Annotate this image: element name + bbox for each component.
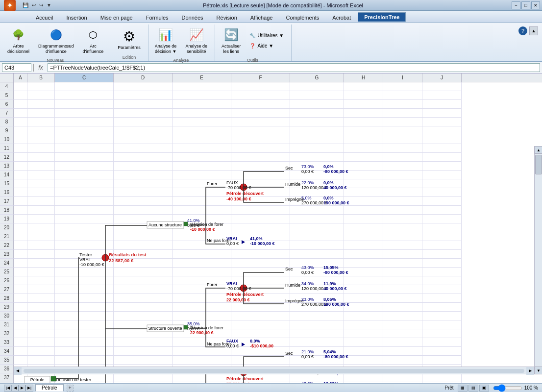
- collapse-ribbon-button[interactable]: ▲: [529, 26, 538, 35]
- spreadsheet-area: A B C D E F G H I J 4 5 6 7 8 9 10 11 12…: [0, 74, 542, 383]
- qat-dropdown[interactable]: ▼: [46, 2, 52, 8]
- ribbon-group-nouveau: 🌳 Arbredécisionnel 🔵 Diagramme/nœudd'inf…: [2, 24, 111, 61]
- analyse-sensibilite-label: Analyse desensibilité: [185, 44, 207, 54]
- hscroll-right-button[interactable]: ▶: [526, 367, 534, 375]
- zoom-slider[interactable]: [493, 386, 522, 391]
- quick-access-toolbar: 💾 ↩ ↪ ▼: [20, 2, 54, 8]
- tab-affichage[interactable]: Affichage: [244, 13, 279, 22]
- table-row: 25: [0, 268, 542, 276]
- cell-f4[interactable]: [231, 82, 290, 91]
- col-header-d[interactable]: D: [114, 74, 172, 82]
- sheet-next-button[interactable]: ▶: [19, 385, 25, 392]
- tab-complements[interactable]: Compléments: [279, 13, 325, 22]
- parametres-button[interactable]: ⚙ Paramètres: [114, 26, 144, 52]
- normal-view-button[interactable]: ▦: [458, 385, 468, 392]
- arbre-icon: 🌳: [11, 27, 26, 43]
- analyse-decision-button[interactable]: 📊 Analyse dedécision ▼: [151, 24, 180, 57]
- formula-input[interactable]: [48, 63, 540, 72]
- arc-icon: ⬡: [85, 27, 101, 43]
- minimize-button[interactable]: −: [512, 1, 520, 9]
- col-header-c[interactable]: C: [55, 74, 114, 82]
- arc-button[interactable]: ⬡ Arcd'influence: [79, 24, 107, 57]
- table-row: 21: [0, 232, 542, 241]
- tab-formules[interactable]: Formules: [140, 13, 175, 22]
- utilitaires-button[interactable]: 🔧 Utilitaires ▼: [246, 31, 287, 40]
- col-header-j[interactable]: J: [422, 74, 462, 82]
- cell-c4[interactable]: [55, 82, 114, 91]
- page-break-button[interactable]: ▣: [479, 385, 489, 392]
- col-header-g[interactable]: G: [290, 74, 344, 82]
- add-sheet-button[interactable]: +: [67, 385, 74, 392]
- cell-e4[interactable]: [172, 82, 231, 91]
- tab-acrobat[interactable]: Acrobat: [326, 13, 357, 22]
- cell-reference-input[interactable]: [2, 63, 31, 72]
- close-button[interactable]: ✕: [531, 1, 540, 9]
- restore-button[interactable]: □: [521, 1, 530, 9]
- cell-h4[interactable]: [344, 82, 383, 91]
- redo-button[interactable]: ↪: [38, 2, 44, 8]
- tab-misepage[interactable]: Mise en page: [94, 13, 139, 22]
- cell-j4[interactable]: [422, 82, 462, 91]
- analyse-sensibilite-icon: 📈: [189, 27, 204, 43]
- undo-button[interactable]: ↩: [31, 2, 37, 8]
- tab-precisiontree[interactable]: PrecisionTree: [358, 12, 406, 22]
- tab-revision[interactable]: Révision: [210, 13, 244, 22]
- col-header-f[interactable]: F: [231, 74, 290, 82]
- row-num-4: 4: [0, 82, 14, 91]
- cell-d4[interactable]: [114, 82, 172, 91]
- save-button[interactable]: 💾: [22, 2, 29, 8]
- actualiser-button[interactable]: 🔄 Actualiserles liens: [218, 24, 245, 57]
- table-row: 22: [0, 241, 542, 250]
- actualiser-label: Actualiserles liens: [222, 44, 241, 54]
- col-header-b[interactable]: B: [27, 74, 55, 82]
- tab-insertion[interactable]: Insertion: [60, 13, 93, 22]
- table-row: 10: [0, 135, 542, 144]
- office-button[interactable]: ✦: [4, 0, 16, 11]
- sheet-prev-button[interactable]: ◀: [12, 385, 19, 392]
- analyse-decision-label: Analyse dedécision ▼: [155, 44, 177, 54]
- diagramme-button[interactable]: 🔵 Diagramme/nœudd'influence: [35, 24, 77, 57]
- utilitaires-label: Utilitaires ▼: [257, 33, 284, 38]
- hscroll-left-button[interactable]: ◀: [14, 367, 22, 375]
- cell-i4[interactable]: [383, 82, 422, 91]
- tab-accueil[interactable]: Accueil: [29, 13, 59, 22]
- window-title: Pétrole.xls [Lecture seule] [Mode de com…: [54, 2, 512, 8]
- table-row: 9: [0, 126, 542, 135]
- table-row: 23: [0, 250, 542, 259]
- arbre-decisionnel-button[interactable]: 🌳 Arbredécisionnel: [4, 24, 33, 57]
- horizontal-scrollbar[interactable]: ◀ ▶: [14, 367, 534, 374]
- table-row: 8: [0, 118, 542, 126]
- table-row: 33: [0, 338, 542, 347]
- corner-header: [0, 74, 14, 82]
- table-row: 34: [0, 347, 542, 356]
- page-layout-button[interactable]: ▤: [468, 385, 478, 392]
- actualiser-icon: 🔄: [223, 27, 239, 43]
- vscroll-thumb[interactable]: [535, 155, 542, 174]
- tab-donnees[interactable]: Données: [175, 13, 210, 22]
- table-row: 6: [0, 100, 542, 109]
- arc-label: Arcd'influence: [83, 44, 104, 54]
- sheet-tab-petrole[interactable]: Pétrole: [35, 384, 64, 392]
- grid-scroll[interactable]: 4 5 6 7 8 9 10 11 12 13 14 15 16 17 18 1…: [0, 82, 542, 383]
- col-header-a[interactable]: A: [14, 74, 27, 82]
- col-header-e[interactable]: E: [172, 74, 231, 82]
- vscroll-down-button[interactable]: ▼: [535, 367, 542, 374]
- sheet-last-button[interactable]: ▶|: [25, 385, 33, 392]
- ribbon-group-nouveau-content: 🌳 Arbredécisionnel 🔵 Diagramme/nœudd'inf…: [4, 24, 107, 58]
- sheet-first-button[interactable]: |◀: [4, 385, 12, 392]
- analyse-sensibilite-button[interactable]: 📈 Analyse desensibilité: [182, 24, 211, 57]
- aide-button[interactable]: ❓ Aide ▼: [246, 42, 287, 50]
- cell-g4[interactable]: [290, 82, 344, 91]
- table-row: 19: [0, 215, 542, 223]
- col-header-i[interactable]: I: [383, 74, 422, 82]
- cell-a4[interactable]: [14, 82, 27, 91]
- vscroll-up-button[interactable]: ▲: [535, 146, 542, 154]
- parametres-label: Paramètres: [118, 45, 141, 50]
- cell-b4[interactable]: [27, 82, 55, 91]
- vertical-scrollbar[interactable]: ▲ ▼: [534, 146, 542, 374]
- col-header-h[interactable]: H: [344, 74, 383, 82]
- status-right: Prêt ▦ ▤ ▣ 100 %: [444, 385, 538, 392]
- table-row: 26: [0, 276, 542, 285]
- window-controls: − □ ✕: [512, 1, 540, 9]
- help-button[interactable]: ?: [518, 26, 527, 35]
